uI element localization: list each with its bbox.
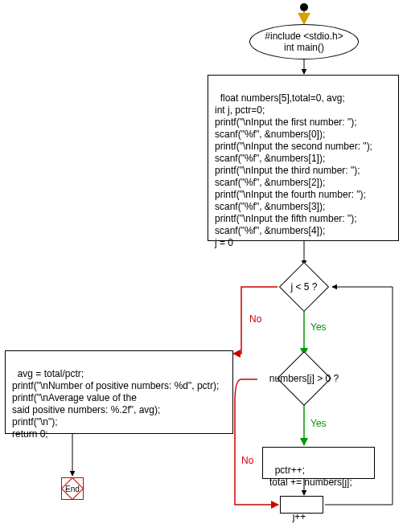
label-yes-c2: Yes — [310, 418, 327, 429]
main-ellipse: #include <stdio.h> int main() — [249, 24, 359, 59]
decision-j-lt-5: j < 5 ? — [276, 265, 332, 309]
label-no-c2: No — [241, 455, 253, 466]
accum-block-text: pctr++; total += numbers[j]; — [269, 464, 352, 488]
increment-block: j++ — [280, 496, 323, 514]
label-yes-c1: Yes — [310, 321, 327, 333]
start-dot — [300, 3, 308, 11]
init-block: float numbers[5],total=0, avg; int j, pc… — [208, 75, 399, 241]
accum-block: pctr++; total += numbers[j]; — [262, 447, 375, 479]
label-no-c1: No — [249, 313, 261, 325]
result-block-text: avg = total/pctr; printf("\nNumber of po… — [12, 368, 219, 440]
increment-block-text: j++ — [293, 511, 306, 522]
decision-numbers-gt-0: numbers[j] > 0 ? — [253, 354, 355, 403]
init-block-text: float numbers[5],total=0, avg; int j, pc… — [215, 92, 372, 248]
end-text: End — [65, 485, 80, 493]
decision-j-lt-5-text: j < 5 ? — [290, 281, 317, 293]
main-ellipse-text: #include <stdio.h> int main() — [265, 31, 343, 53]
result-block: avg = total/pctr; printf("\nNumber of po… — [5, 350, 233, 434]
end-terminator: End — [61, 477, 84, 500]
decision-numbers-gt-0-text: numbers[j] > 0 ? — [269, 373, 339, 384]
